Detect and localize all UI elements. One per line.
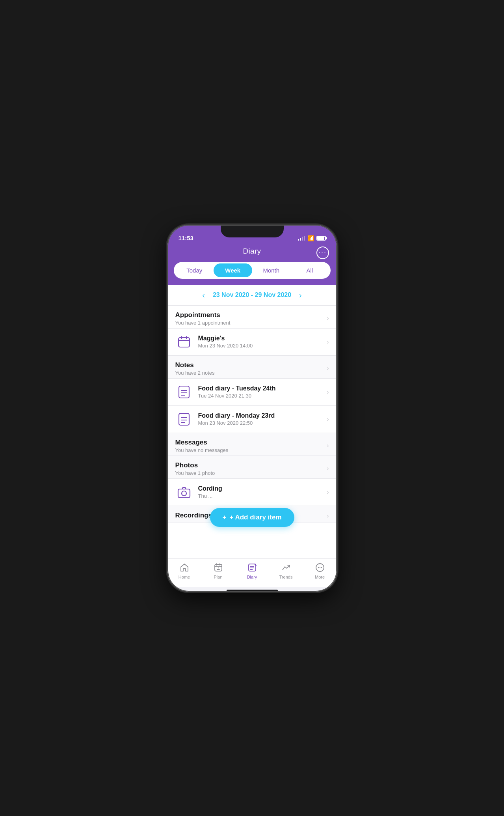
date-navigation: ‹ 23 Nov 2020 - 29 Nov 2020 › — [167, 285, 337, 306]
photo-item-1[interactable]: Cording Thu ... › — [167, 479, 337, 506]
section-photos[interactable]: Photos You have 1 photo › — [167, 456, 337, 479]
photo-1-subtitle: Thu ... — [198, 493, 323, 499]
svg-point-28 — [321, 567, 322, 568]
notes-subtitle: You have 2 notes — [175, 370, 323, 376]
note-1-subtitle: Tue 24 Nov 2020 21:30 — [198, 393, 323, 399]
nav-item-more[interactable]: More — [303, 562, 337, 579]
section-messages[interactable]: Messages You have no messages › — [167, 433, 337, 456]
messages-subtitle: You have no messages — [175, 447, 323, 453]
home-indicator — [227, 590, 278, 592]
phone-frame: 11:53 📶 Diary ··· — [167, 225, 337, 592]
trends-icon — [281, 562, 292, 573]
notch — [221, 225, 284, 237]
diary-nav-label: Diary — [247, 575, 257, 579]
messages-title: Messages — [175, 439, 323, 446]
plan-nav-label: Plan — [214, 575, 222, 579]
note-item-2[interactable]: Food diary - Monday 23rd Mon 23 Nov 2020… — [167, 406, 337, 433]
appointment-1-title: Maggie's — [198, 335, 323, 342]
camera-icon — [175, 484, 193, 501]
note-2-subtitle: Mon 23 Nov 2020 22:50 — [198, 420, 323, 426]
date-range-label: 23 Nov 2020 - 29 Nov 2020 — [213, 291, 291, 299]
messages-chevron: › — [327, 442, 329, 449]
appointment-1-chevron: › — [327, 338, 329, 345]
status-time: 11:53 — [179, 235, 193, 241]
recordings-chevron: › — [327, 512, 329, 519]
more-nav-label: More — [315, 575, 325, 579]
svg-rect-12 — [178, 489, 190, 498]
notes-chevron: › — [327, 365, 329, 372]
more-nav-icon — [314, 562, 325, 573]
tab-pill: Today Week Month All — [174, 262, 331, 279]
note-2-title: Food diary - Monday 23rd — [198, 412, 323, 419]
note-icon-1 — [175, 383, 193, 401]
note-1-chevron: › — [327, 388, 329, 396]
svg-point-26 — [318, 567, 318, 568]
photo-1-chevron: › — [327, 489, 329, 496]
more-dots-icon: ··· — [318, 248, 327, 257]
signal-icon — [298, 236, 305, 241]
appointments-title: Appointments — [175, 311, 323, 319]
section-notes[interactable]: Notes You have 2 notes › — [167, 356, 337, 379]
add-diary-button[interactable]: + + Add diary item — [210, 508, 294, 527]
add-icon: + — [222, 514, 226, 521]
app-header: Diary ··· — [167, 244, 337, 262]
svg-rect-0 — [179, 338, 190, 347]
svg-rect-4 — [179, 386, 189, 398]
trends-nav-label: Trends — [279, 575, 293, 579]
bottom-navigation: Home Plan — [167, 558, 337, 587]
tab-selector: Today Week Month All — [167, 262, 337, 285]
note-2-chevron: › — [327, 416, 329, 423]
photos-chevron: › — [327, 465, 329, 472]
battery-icon — [316, 236, 326, 241]
next-date-button[interactable]: › — [299, 291, 302, 300]
appointments-subtitle: You have 1 appointment — [175, 320, 323, 326]
nav-item-plan[interactable]: Plan — [201, 562, 235, 579]
home-nav-label: Home — [179, 575, 190, 579]
nav-item-home[interactable]: Home — [167, 562, 201, 579]
svg-point-27 — [319, 567, 320, 568]
photos-title: Photos — [175, 461, 323, 469]
home-icon — [179, 562, 190, 573]
note-item-1[interactable]: Food diary - Tuesday 24th Tue 24 Nov 202… — [167, 379, 337, 406]
note-icon-2 — [175, 411, 193, 428]
header-more-button[interactable]: ··· — [316, 246, 329, 259]
appointment-1-subtitle: Mon 23 Nov 2020 14:00 — [198, 343, 323, 349]
diary-icon — [247, 562, 258, 573]
photo-1-title: Cording — [198, 485, 323, 492]
add-diary-label: + Add diary item — [229, 514, 281, 521]
appointments-chevron: › — [327, 315, 329, 322]
svg-rect-20 — [249, 564, 256, 571]
prev-date-button[interactable]: ‹ — [202, 291, 205, 300]
content-area: ‹ 23 Nov 2020 - 29 Nov 2020 › Appointmen… — [167, 285, 337, 558]
note-1-title: Food diary - Tuesday 24th — [198, 385, 323, 392]
tab-month[interactable]: Month — [252, 263, 291, 277]
header-title: Diary — [243, 247, 261, 256]
photos-subtitle: You have 1 photo — [175, 470, 323, 476]
tab-today[interactable]: Today — [175, 263, 214, 277]
notes-title: Notes — [175, 361, 323, 369]
appointment-item-1[interactable]: Maggie's Mon 23 Nov 2020 14:00 › — [167, 329, 337, 356]
svg-rect-8 — [179, 413, 189, 425]
nav-item-trends[interactable]: Trends — [269, 562, 303, 579]
plan-icon — [213, 562, 224, 573]
wifi-icon: 📶 — [307, 235, 314, 241]
svg-point-13 — [182, 491, 186, 496]
nav-item-diary[interactable]: Diary — [235, 562, 269, 579]
tab-all[interactable]: All — [290, 263, 329, 277]
section-appointments[interactable]: Appointments You have 1 appointment › — [167, 306, 337, 329]
calendar-icon — [175, 333, 193, 351]
status-icons: 📶 — [298, 235, 326, 241]
tab-week[interactable]: Week — [214, 263, 252, 277]
screen: 11:53 📶 Diary ··· — [167, 225, 337, 592]
